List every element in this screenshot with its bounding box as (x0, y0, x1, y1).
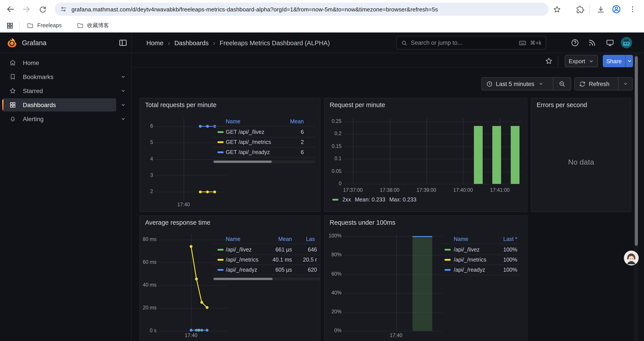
forward-arrow-icon (22, 5, 31, 14)
grid-line (426, 118, 427, 184)
sidebar-item-label: Dashboards (23, 101, 56, 108)
legend-row: /api/_/readyz100% (440, 265, 520, 275)
favorite-star-icon[interactable] (545, 57, 553, 65)
search-shortcut: ⌘+k (530, 40, 542, 46)
monitor-icon[interactable] (606, 39, 614, 47)
panel-request-per-minute: 0.250.20.150.10.05017:37:0017:38:0017:39… (324, 98, 528, 212)
panel-title[interactable]: Total requests per minute (145, 101, 216, 108)
share-button[interactable]: Share (603, 55, 625, 67)
panel-title[interactable]: Average response time (145, 219, 210, 226)
share-split-button: Share (603, 55, 633, 67)
grafana-logo[interactable] (6, 37, 18, 48)
extensions-button[interactable] (574, 3, 586, 15)
refresh-icon (579, 81, 586, 87)
y-tick-label: 0.05 (324, 168, 342, 174)
news-rss-icon[interactable] (588, 39, 596, 47)
site-settings-tune-icon[interactable] (60, 6, 67, 13)
breadcrumb-current: Freeleaps Metrics Dashboard (ALPHA) (220, 39, 330, 46)
folder-icon (27, 22, 34, 29)
time-range-label: Last 5 minutes (496, 81, 534, 87)
legend-scrollbar-thumb[interactable] (214, 161, 272, 163)
panel-title[interactable]: Request per minute (330, 101, 385, 108)
legend-header-col: Mean (213, 118, 304, 124)
share-menu-button[interactable] (625, 55, 633, 67)
bookmarks-bar: Freeleaps 收藏博客 (0, 19, 644, 33)
x-tick-label: 17:40:00 (448, 187, 478, 193)
sidebar-toggle-icon[interactable] (118, 38, 128, 47)
back-button[interactable] (4, 3, 17, 15)
profile-person-icon (612, 5, 621, 14)
assistant-avatar[interactable] (624, 251, 639, 265)
search-input[interactable]: Search or jump to... ⌘+k (396, 36, 546, 50)
grid-line (390, 118, 390, 184)
legend-value: 646 (213, 247, 317, 253)
y-tick-label: 0.1 (324, 156, 342, 161)
user-avatar[interactable] (621, 37, 632, 48)
url-text: grafana.mathmast.com/d/deytv4rwavabkb/fr… (72, 6, 438, 13)
sidebar-item-highlight (2, 70, 116, 83)
legend-scrollbar[interactable] (213, 277, 320, 280)
legend-row: /api/_/livez100% (440, 245, 520, 255)
legend-row: /api/_/metrics40.1 ms20.5 r (213, 255, 320, 265)
legend-series-name[interactable]: 2xx (342, 197, 351, 203)
bookmark-star-button[interactable] (550, 3, 563, 15)
y-tick-label: 0.2 (324, 131, 342, 136)
sidebar-item-starred[interactable]: Starred (2, 84, 128, 97)
breadcrumb-separator: › (168, 39, 170, 47)
chevron-down-icon (588, 58, 594, 64)
sidebar-item-label: Starred (23, 87, 43, 94)
sidebar-item-home[interactable]: Home (2, 56, 128, 69)
legend-row: /api/_/livez661 µs646 (213, 245, 320, 255)
grafana-brand[interactable]: Grafana (22, 33, 46, 53)
x-tick-label: 17:38:00 (374, 187, 404, 193)
subheader-divider (132, 67, 638, 68)
legend-row: /api/_/metrics100% (440, 255, 520, 265)
breadcrumb-dashboards[interactable]: Dashboards (174, 39, 208, 46)
legend-header: NameLast * (440, 234, 520, 244)
x-tick-label: 17:39:00 (412, 187, 441, 193)
browser-toolbar: grafana.mathmast.com/d/deytv4rwavabkb/fr… (0, 0, 644, 19)
sidebar-item-bookmarks[interactable]: Bookmarks (2, 70, 128, 83)
refresh-interval-button[interactable] (618, 78, 632, 90)
y-tick-label: 40% (324, 290, 342, 295)
forward-button[interactable] (20, 3, 32, 15)
sidebar-nav: HomeBookmarksStarredDashboardsAlerting (0, 53, 132, 341)
refresh-label: Refresh (589, 81, 610, 87)
grid-line (463, 118, 464, 184)
reload-icon (38, 5, 46, 13)
legend-scrollbar[interactable] (213, 160, 315, 163)
grafana-app: Grafana Home › Dashboards › Freeleaps Me… (0, 33, 644, 341)
help-icon[interactable] (571, 39, 579, 47)
downloads-button[interactable] (594, 3, 607, 15)
sidebar-item-dashboards[interactable]: Dashboards (2, 98, 128, 112)
series-color-pill (332, 199, 338, 201)
sidebar-item-label: Alerting (23, 115, 44, 122)
url-bar[interactable]: grafana.mathmast.com/d/deytv4rwavabkb/fr… (55, 3, 548, 16)
browser-menu-button[interactable] (626, 3, 639, 15)
side-panel-button[interactable] (4, 19, 16, 32)
legend-value: 2 (213, 139, 304, 145)
bookmark-folder-freeleaps[interactable]: Freeleaps (23, 20, 65, 31)
zoom-out-button[interactable] (553, 78, 571, 90)
page-scrollbar[interactable] (634, 53, 638, 341)
export-button[interactable]: Export (565, 55, 598, 67)
breadcrumb-home[interactable]: Home (146, 39, 163, 46)
time-range-picker[interactable]: Last 5 minutes (482, 78, 553, 90)
header-divider (132, 33, 132, 53)
grid-line (396, 234, 396, 331)
profile-button[interactable] (610, 3, 622, 15)
no-data-message: No data (531, 158, 631, 167)
sidebar-item-alerting[interactable]: Alerting (2, 112, 128, 126)
reload-button[interactable] (36, 3, 49, 15)
chevron-down-icon (623, 81, 628, 87)
legend-header-col: Las (306, 236, 315, 242)
y-tick-label: 20% (324, 309, 342, 314)
bookmark-folder-blogs[interactable]: 收藏博客 (73, 20, 112, 31)
y-tick-label: 100% (324, 233, 342, 238)
page-scrollbar-thumb[interactable] (634, 56, 638, 246)
legend-scrollbar-thumb[interactable] (214, 278, 273, 280)
legend-header: NameMeanLas (213, 234, 320, 244)
refresh-button[interactable]: Refresh (575, 78, 618, 90)
panel-title[interactable]: Errors per second (536, 101, 587, 108)
panel-title[interactable]: Requests under 100ms (330, 219, 396, 226)
